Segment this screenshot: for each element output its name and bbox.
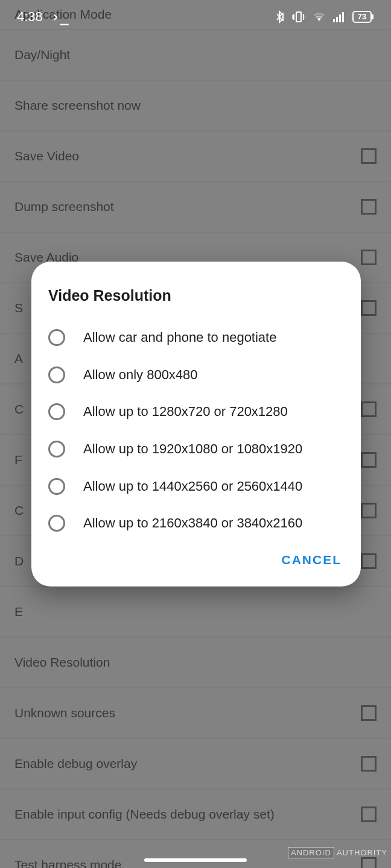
resolution-option[interactable]: Allow up to 1440x2560 or 2560x1440	[31, 468, 361, 505]
option-label: Allow up to 2160x3840 or 3840x2160	[83, 514, 302, 532]
radio-button[interactable]	[48, 366, 65, 383]
dialog-title: Video Resolution	[31, 281, 361, 319]
dialog-actions: CANCEL	[31, 542, 361, 574]
resolution-option[interactable]: Allow up to 1920x1080 or 1080x1920	[31, 430, 361, 468]
status-bar: 4:38 ›_ 73	[0, 0, 391, 34]
cancel-button[interactable]: CANCEL	[282, 553, 342, 567]
battery-level: 73	[352, 11, 372, 23]
option-label: Allow up to 1440x2560 or 2560x1440	[83, 477, 302, 495]
bluetooth-icon	[274, 10, 285, 24]
watermark: ANDROID AUTHORITY	[288, 847, 387, 858]
svg-rect-9	[342, 12, 344, 22]
radio-button[interactable]	[48, 441, 65, 458]
terminal-icon: ›_	[51, 8, 69, 25]
svg-rect-8	[339, 14, 341, 22]
video-resolution-dialog: Video Resolution Allow car and phone to …	[31, 262, 361, 587]
svg-rect-7	[336, 17, 338, 22]
vibrate-icon	[292, 11, 305, 23]
option-label: Allow car and phone to negotiate	[83, 329, 276, 347]
watermark-a: ANDROID	[288, 847, 334, 858]
signal-icon	[333, 11, 345, 22]
resolution-option[interactable]: Allow car and phone to negotiate	[31, 319, 361, 356]
svg-rect-6	[333, 19, 335, 22]
svg-rect-1	[296, 12, 301, 22]
radio-button[interactable]	[48, 329, 65, 346]
svg-rect-11	[372, 14, 374, 19]
option-label: Allow up to 1280x720 or 720x1280	[83, 403, 288, 421]
resolution-option[interactable]: Allow only 800x480	[31, 356, 361, 394]
status-time: 4:38	[17, 9, 43, 25]
option-label: Allow only 800x480	[83, 366, 198, 384]
radio-button[interactable]	[48, 403, 65, 420]
resolution-option[interactable]: Allow up to 2160x3840 or 3840x2160	[31, 505, 361, 542]
radio-button[interactable]	[48, 515, 65, 532]
option-label: Allow up to 1920x1080 or 1080x1920	[83, 440, 302, 458]
resolution-option[interactable]: Allow up to 1280x720 or 720x1280	[31, 393, 361, 430]
gesture-bar[interactable]	[144, 858, 247, 862]
watermark-b: AUTHORITY	[337, 848, 387, 857]
wifi-icon	[313, 11, 326, 22]
radio-button[interactable]	[48, 478, 65, 495]
battery-icon: 73	[352, 11, 374, 23]
